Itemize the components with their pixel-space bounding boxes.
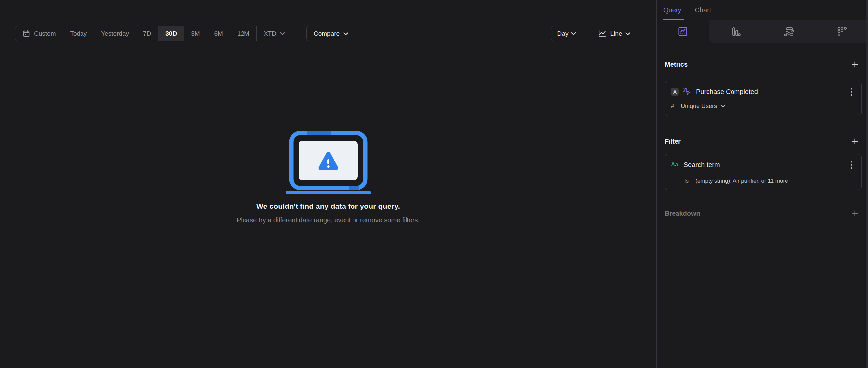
insights-icon [678, 26, 688, 37]
breakdown-section-header: Breakdown [664, 208, 862, 219]
flow-icon [783, 26, 795, 37]
filter-values-summary: (empty string), Air purifier, or 11 more [695, 178, 788, 184]
panel-scrollbar[interactable] [866, 0, 868, 368]
filter-condition-row[interactable]: Is (empty string), Air purifier, or 11 m… [684, 177, 853, 185]
filter-title: Filter [664, 138, 681, 145]
query-panel: Query Chart [656, 0, 868, 368]
analytics-app: Custom Today Yesterday 7D 30D 3M 6M 12M … [0, 0, 868, 368]
string-property-type-badge: Aa [671, 162, 678, 168]
panel-tabs: Query Chart [657, 0, 868, 20]
chevron-down-icon [720, 105, 725, 107]
metrics-title: Metrics [664, 61, 688, 68]
plus-icon [851, 210, 859, 218]
add-filter-button[interactable] [849, 136, 862, 146]
tab-retention[interactable] [815, 20, 868, 43]
series-letter-badge: A [671, 88, 679, 96]
cursor-click-icon [682, 87, 692, 96]
filter-section-header: Filter [664, 136, 862, 146]
add-metric-button[interactable] [849, 59, 862, 69]
filter-card[interactable]: Aa Search term Is (empty string), Air pu… [664, 154, 862, 190]
active-tab-underline [663, 19, 684, 20]
kebab-icon [850, 87, 853, 96]
empty-state-subtitle: Please try a different date range, event… [237, 216, 420, 224]
tab-insights[interactable] [657, 20, 709, 43]
metric-aggregation-row[interactable]: # Unique Users [671, 102, 853, 110]
retention-icon [836, 26, 847, 37]
filter-property-name: Search term [684, 161, 720, 169]
tab-flows[interactable] [762, 20, 815, 43]
aggregation-symbol: # [671, 103, 681, 109]
plus-icon [851, 61, 859, 68]
tab-query[interactable]: Query [663, 6, 681, 14]
filter-options-button[interactable] [850, 161, 853, 169]
kebab-icon [850, 161, 853, 169]
report-type-tabs [657, 20, 868, 43]
empty-state-title: We couldn't find any data for your query… [256, 202, 400, 211]
tab-chart[interactable]: Chart [695, 6, 711, 14]
filter-operator: Is [684, 178, 689, 184]
metrics-section-header: Metrics [664, 59, 862, 69]
aggregation-label: Unique Users [681, 103, 717, 109]
metric-card[interactable]: A Purchase Completed # [664, 81, 862, 116]
metric-options-button[interactable] [850, 87, 853, 96]
tab-funnels[interactable] [709, 20, 762, 43]
metric-event-name: Purchase Completed [696, 88, 758, 96]
funnel-icon [730, 26, 741, 37]
report-canvas: Custom Today Yesterday 7D 30D 3M 6M 12M … [0, 0, 656, 368]
warning-laptop-illustration [286, 131, 371, 195]
empty-state: We couldn't find any data for your query… [0, 0, 656, 224]
breakdown-title: Breakdown [664, 210, 700, 218]
add-breakdown-button[interactable] [849, 208, 862, 219]
query-builder: Metrics A Purchase Completed [657, 59, 868, 219]
plus-icon [851, 138, 859, 145]
